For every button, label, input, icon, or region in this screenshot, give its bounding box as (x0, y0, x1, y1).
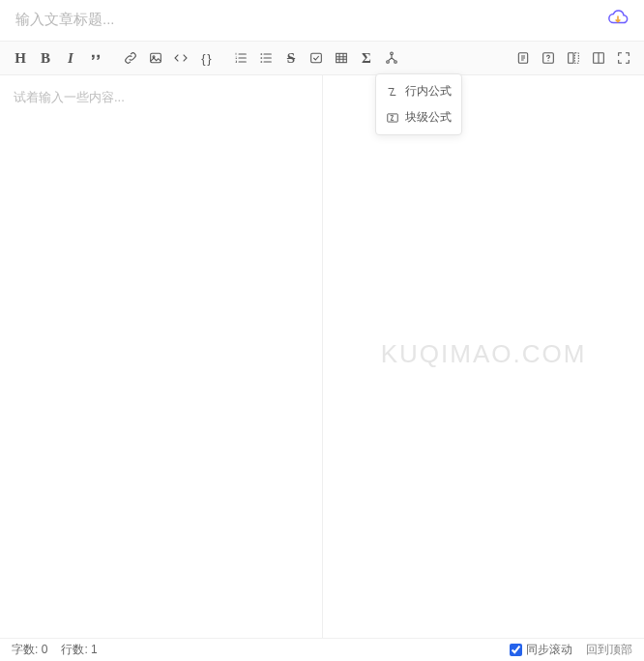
svg-rect-13 (569, 53, 573, 64)
help-button[interactable] (536, 45, 561, 71)
braces-button[interactable]: { } (193, 45, 219, 71)
status-bar: 字数: 0 行数: 1 同步滚动 回到顶部 (0, 638, 644, 661)
toolbar: H B I { } S Σ (0, 41, 644, 75)
table-button[interactable] (329, 45, 354, 71)
diagram-button[interactable] (379, 45, 404, 71)
svg-point-3 (260, 57, 262, 59)
split-mode-button[interactable] (586, 45, 611, 71)
heading-button[interactable]: H (8, 45, 33, 71)
fullscreen-button[interactable] (611, 45, 636, 71)
sync-scroll-label: 同步滚动 (526, 642, 572, 658)
italic-button[interactable]: I (58, 45, 83, 71)
svg-point-12 (547, 60, 548, 61)
formula-dropdown: 行内公式 块级公式 (375, 73, 462, 135)
ordered-list-button[interactable] (228, 45, 253, 71)
preview-pane: KUQIMAO.COM (322, 75, 644, 638)
svg-rect-16 (388, 113, 398, 121)
quote-button[interactable] (83, 45, 108, 71)
unordered-list-button[interactable] (253, 45, 278, 71)
link-button[interactable] (118, 45, 143, 71)
svg-point-9 (395, 61, 397, 64)
line-count: 行数: 1 (61, 642, 97, 658)
edit-mode-button[interactable] (561, 45, 586, 71)
code-button[interactable] (168, 45, 193, 71)
inline-formula-label: 行内公式 (405, 83, 452, 100)
task-list-button[interactable] (304, 45, 329, 71)
svg-rect-0 (151, 53, 161, 62)
strikethrough-button[interactable]: S (278, 45, 304, 71)
content-area: 试着输入一些内容... KUQIMAO.COM (0, 75, 644, 638)
back-to-top-link[interactable]: 回到顶部 (586, 642, 632, 658)
watermark: KUQIMAO.COM (381, 339, 587, 369)
svg-point-2 (260, 53, 262, 55)
svg-point-7 (391, 52, 394, 55)
block-formula-label: 块级公式 (405, 109, 452, 126)
svg-rect-6 (337, 53, 347, 62)
svg-rect-14 (574, 53, 578, 64)
svg-point-4 (260, 61, 262, 63)
inline-formula-item[interactable]: 行内公式 (376, 78, 461, 104)
bold-button[interactable]: B (33, 45, 58, 71)
title-input[interactable] (15, 11, 607, 27)
char-count: 字数: 0 (12, 642, 47, 658)
cloud-save-icon[interactable] (607, 8, 629, 29)
title-row (0, 0, 644, 41)
formula-button[interactable]: Σ (354, 45, 379, 71)
svg-point-8 (387, 61, 390, 64)
block-formula-item[interactable]: 块级公式 (376, 104, 461, 130)
sync-scroll-checkbox[interactable] (510, 644, 522, 656)
editor-pane[interactable]: 试着输入一些内容... (0, 75, 322, 638)
toc-button[interactable] (511, 45, 536, 71)
svg-rect-5 (311, 53, 322, 62)
image-button[interactable] (143, 45, 168, 71)
sync-scroll-toggle[interactable]: 同步滚动 (510, 642, 572, 658)
